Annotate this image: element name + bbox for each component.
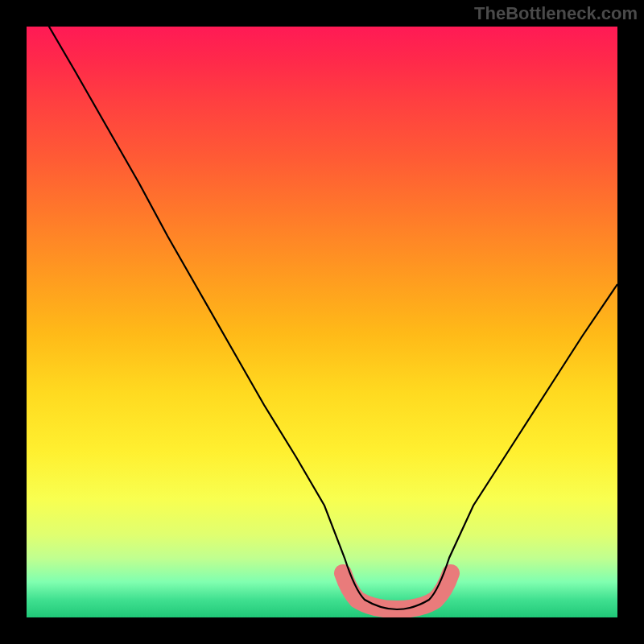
chart-curve-layer xyxy=(27,27,617,617)
chart-plot-area xyxy=(27,27,617,617)
watermark-text: TheBottleneck.com xyxy=(474,3,638,24)
bottleneck-curve xyxy=(47,27,617,609)
